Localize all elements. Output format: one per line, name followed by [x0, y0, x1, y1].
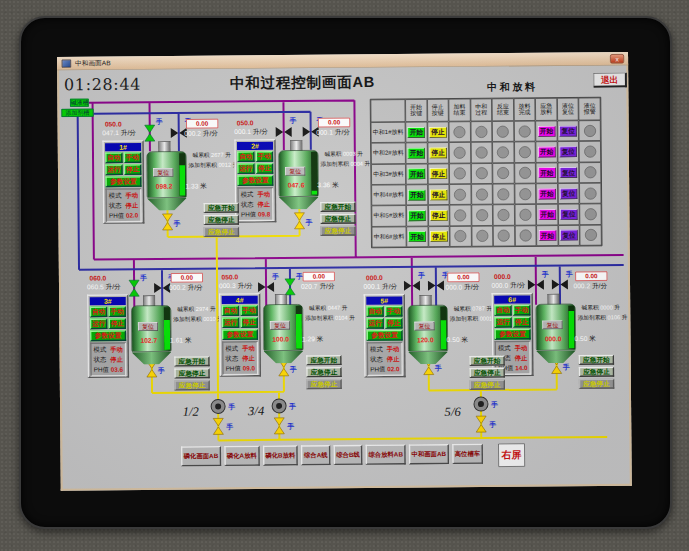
- nav-button[interactable]: 高位槽车: [452, 444, 483, 464]
- stop-button[interactable]: 停止: [430, 189, 447, 200]
- stop-button[interactable]: 停止: [109, 318, 126, 329]
- right-screen-button[interactable]: 右屏: [498, 443, 525, 467]
- emergency-start-button[interactable]: 应急开始: [320, 202, 355, 212]
- stop-button[interactable]: 停止: [241, 317, 258, 328]
- emergency-discharge-button[interactable]: 开始: [538, 147, 555, 158]
- tank-reset-button[interactable]: 复位: [414, 322, 434, 331]
- emergency-stop-button[interactable]: 应急停止: [320, 214, 355, 224]
- auto-button[interactable]: 自动: [105, 152, 122, 163]
- run-button[interactable]: 运行: [105, 164, 122, 175]
- emergency-stop-disabled-button[interactable]: 应急停止: [204, 227, 239, 237]
- start-button[interactable]: 开始: [408, 148, 425, 159]
- emergency-start-button[interactable]: 应急开始: [579, 355, 614, 365]
- start-button[interactable]: 开始: [408, 189, 425, 200]
- start-button[interactable]: 开始: [408, 127, 425, 138]
- run-button[interactable]: 运行: [366, 318, 383, 329]
- run-button[interactable]: 运行: [222, 317, 239, 328]
- stop-button[interactable]: 停止: [513, 317, 530, 328]
- emergency-stop-button[interactable]: 应急停止: [579, 367, 614, 377]
- level-reset-button[interactable]: 复位: [559, 126, 576, 137]
- start-button[interactable]: 开始: [409, 231, 426, 242]
- stop-button[interactable]: 停止: [429, 127, 446, 138]
- status-lamp: [584, 166, 596, 178]
- nav-button[interactable]: 磷化画面AB: [181, 446, 221, 466]
- pump-pair-label: 1/2: [183, 404, 199, 419]
- tank-reset-button[interactable]: 复位: [270, 321, 290, 330]
- auto-button[interactable]: 自动: [222, 305, 239, 316]
- emergency-discharge-button[interactable]: 开始: [538, 167, 555, 178]
- stop-button[interactable]: 停止: [430, 231, 447, 242]
- auto-button[interactable]: 自动: [237, 151, 254, 162]
- level-height: 0.50 米: [574, 334, 596, 344]
- nav-button[interactable]: 综合B线: [333, 445, 362, 465]
- auto-button[interactable]: 自动: [494, 305, 511, 316]
- params-button[interactable]: 参数设置: [222, 329, 258, 340]
- emergency-start-button[interactable]: 应急开始: [174, 356, 209, 366]
- emergency-start-button[interactable]: 应急开始: [469, 356, 504, 366]
- manual-button[interactable]: 手动: [256, 151, 273, 162]
- manual-button[interactable]: 手动: [385, 306, 402, 317]
- emergency-stop-disabled-button[interactable]: 应急停止: [470, 380, 505, 390]
- manual-button[interactable]: 手动: [124, 152, 141, 163]
- manual-button[interactable]: 手动: [513, 305, 530, 316]
- level-reset-button[interactable]: 复位: [560, 146, 577, 157]
- emergency-discharge-button[interactable]: 开始: [538, 209, 555, 220]
- auto-button[interactable]: 自动: [90, 306, 107, 317]
- emergency-stop-disabled-button[interactable]: 应急停止: [306, 379, 341, 389]
- params-button[interactable]: 参数设置: [494, 329, 530, 340]
- nav-button[interactable]: 综合A线: [301, 445, 330, 465]
- emergency-stop-button[interactable]: 应急停止: [470, 368, 505, 378]
- status-lamp: [585, 229, 597, 241]
- tank-reset-button[interactable]: 复位: [138, 322, 158, 331]
- level-reset-button[interactable]: 复位: [560, 230, 577, 241]
- tank-reset-button[interactable]: 复位: [285, 167, 305, 176]
- emergency-stop-button[interactable]: 应急停止: [204, 215, 239, 225]
- params-button[interactable]: 参数设置: [367, 330, 403, 341]
- level-reset-button[interactable]: 复位: [560, 209, 577, 220]
- tank-reset-button[interactable]: 复位: [542, 320, 562, 329]
- emergency-discharge-button[interactable]: 开始: [539, 230, 556, 241]
- emergency-discharge-button[interactable]: 开始: [538, 188, 555, 199]
- emergency-stop-disabled-button[interactable]: 应急停止: [320, 226, 355, 236]
- tank-level-value: 120.0: [409, 336, 442, 344]
- emergency-start-button[interactable]: 应急开始: [204, 203, 239, 213]
- start-button[interactable]: 开始: [408, 169, 425, 180]
- stop-button[interactable]: 停止: [124, 164, 141, 175]
- level-height: 1.33 米: [185, 182, 207, 192]
- status-lamp: [497, 146, 509, 158]
- nav-button[interactable]: 中和画面AB: [409, 444, 449, 464]
- params-button[interactable]: 参数设置: [237, 175, 273, 186]
- manual-button[interactable]: 手动: [108, 306, 125, 317]
- level-reset-button[interactable]: 复位: [560, 167, 577, 178]
- nav-button[interactable]: 磷化B放料: [263, 445, 298, 465]
- stop-button[interactable]: 停止: [429, 148, 446, 159]
- status-lamp: [519, 167, 531, 179]
- params-button[interactable]: 参数设置: [90, 330, 126, 341]
- nav-button[interactable]: 磷化A放料: [224, 446, 259, 466]
- run-button[interactable]: 运行: [90, 318, 107, 329]
- emergency-stop-disabled-button[interactable]: 应急停止: [579, 379, 614, 389]
- emergency-discharge-button[interactable]: 开始: [538, 126, 555, 137]
- start-button[interactable]: 开始: [408, 210, 425, 221]
- status-lamp: [584, 187, 596, 199]
- nav-button[interactable]: 综合放料AB: [366, 444, 406, 464]
- stop-button[interactable]: 停止: [430, 168, 447, 179]
- status-lamp: [519, 125, 531, 137]
- status-lamp: [584, 146, 596, 158]
- emergency-stop-disabled-button[interactable]: 应急停止: [174, 380, 209, 390]
- stop-button[interactable]: 停止: [385, 318, 402, 329]
- auto-button[interactable]: 自动: [366, 306, 383, 317]
- stop-button[interactable]: 停止: [256, 163, 273, 174]
- run-button[interactable]: 运行: [237, 163, 254, 174]
- params-button[interactable]: 参数设置: [105, 176, 141, 187]
- emergency-stop-button[interactable]: 应急停止: [306, 367, 341, 377]
- emergency-stop-button[interactable]: 应急停止: [174, 368, 209, 378]
- run-button[interactable]: 运行: [494, 317, 511, 328]
- manual-button[interactable]: 手动: [240, 305, 257, 316]
- flow-meter-actual: 000.1 升/分: [316, 128, 350, 138]
- level-reset-button[interactable]: 复位: [560, 188, 577, 199]
- emergency-start-button[interactable]: 应急开始: [306, 355, 341, 365]
- status-lamp: [476, 147, 488, 159]
- stop-button[interactable]: 停止: [430, 210, 447, 221]
- tank-reset-button[interactable]: 复位: [153, 168, 173, 177]
